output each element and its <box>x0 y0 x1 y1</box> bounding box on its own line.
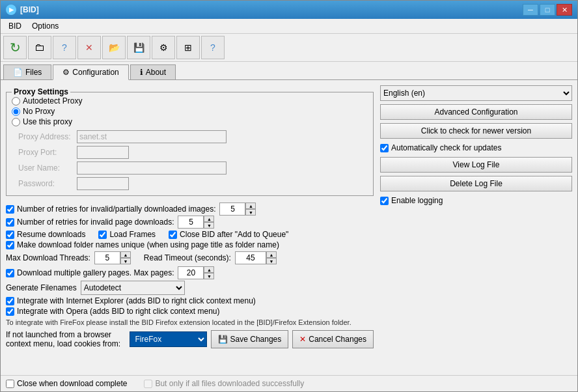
language-select[interactable]: English (en) German (de) French (fr) Spa… <box>380 85 572 101</box>
settings-section: Number of retries for invalid/partially … <box>6 203 374 350</box>
close-bid-text: Close BID after "Add to Queue" <box>180 230 288 239</box>
help-button[interactable]: ? <box>53 36 76 59</box>
enable-logging-label[interactable]: Enable logging <box>380 196 572 205</box>
retries-page-up[interactable]: ▲ <box>204 216 214 222</box>
window-controls: ─ □ ✕ <box>523 4 572 16</box>
close-bid-checkbox[interactable] <box>169 231 177 239</box>
retries-invalid-checkbox[interactable] <box>6 205 14 214</box>
files-tab-label: Files <box>25 68 42 77</box>
stop-button[interactable]: ✕ <box>77 36 101 59</box>
close-button[interactable]: ✕ <box>557 4 572 16</box>
menu-bid[interactable]: BID <box>3 20 27 32</box>
bottom-bar: Close when download complete But only if… <box>1 375 577 391</box>
retries-invalid-label[interactable]: Number of retries for invalid/partially … <box>6 204 215 214</box>
retries-page-spin-buttons: ▲ ▼ <box>204 216 214 229</box>
read-timeout-input[interactable] <box>235 251 266 264</box>
retries-page-label[interactable]: Number of retries for invalid page downl… <box>6 217 174 227</box>
close-complete-label[interactable]: Close when download complete <box>6 379 127 388</box>
close-bid-label[interactable]: Close BID after "Add to Queue" <box>169 230 288 239</box>
unique-folder-checkbox[interactable] <box>6 241 14 249</box>
enable-logging-text: Enable logging <box>391 196 443 205</box>
max-threads-up[interactable]: ▲ <box>120 251 131 258</box>
maximize-button[interactable]: □ <box>540 4 555 16</box>
multi-gallery-label[interactable]: Download multiple gallery pages. Max pag… <box>6 268 174 277</box>
autodetect-proxy-label: Autodetect Proxy <box>23 96 82 105</box>
save-changes-button[interactable]: 💾 Save Changes <box>211 330 289 348</box>
advanced-config-button[interactable]: Advanced Configuration <box>380 104 572 120</box>
cancel-icon: ✕ <box>299 335 306 344</box>
integrate-opera-checkbox[interactable] <box>6 307 14 316</box>
no-proxy-label: No Proxy <box>23 107 55 116</box>
resume-label[interactable]: Resume downloads <box>6 230 85 239</box>
threads-timeout-row: Max Download Threads: ▲ ▼ Read Timeout (… <box>6 251 374 264</box>
info-button[interactable]: ? <box>201 36 225 59</box>
unique-folder-label[interactable]: Make download folder names unique (when … <box>6 240 279 249</box>
tab-configuration[interactable]: ⚙ Configuration <box>53 64 128 80</box>
title-bar: ▶ [BID] ─ □ ✕ <box>1 1 577 19</box>
read-timeout-up[interactable]: ▲ <box>266 251 277 258</box>
settings-button[interactable]: ⚙ <box>152 36 175 59</box>
integrate-opera-label[interactable]: Integrate with Opera (adds BID to right … <box>6 307 219 316</box>
proxy-port-input[interactable] <box>77 146 129 159</box>
auto-check-label[interactable]: Automatically check for updates <box>380 143 572 152</box>
multi-gallery-down[interactable]: ▼ <box>204 273 214 279</box>
menu-options[interactable]: Options <box>27 20 64 32</box>
integrate-ie-label[interactable]: Integrate with Internet Explorer (adds B… <box>6 296 256 305</box>
max-threads-input[interactable] <box>94 251 120 264</box>
multi-gallery-up[interactable]: ▲ <box>204 266 214 273</box>
resume-checkbox[interactable] <box>6 231 14 239</box>
cancel-changes-button[interactable]: ✕ Cancel Changes <box>292 330 374 348</box>
retries-invalid-input[interactable] <box>219 203 245 216</box>
read-timeout-down[interactable]: ▼ <box>266 258 277 264</box>
close-complete-checkbox[interactable] <box>6 380 14 388</box>
load-frames-label[interactable]: Load Frames <box>98 230 156 239</box>
cookies-select[interactable]: FireFox Internet Explorer Opera None <box>130 331 207 347</box>
but-only-checkbox[interactable] <box>144 380 152 388</box>
multi-gallery-spinbox: ▲ ▼ <box>178 266 214 279</box>
max-threads-section: Max Download Threads: ▲ ▼ <box>6 251 131 264</box>
grid-button[interactable]: ⊞ <box>176 36 200 59</box>
no-proxy-option[interactable]: No Proxy <box>12 107 368 116</box>
autodetect-proxy-option[interactable]: Autodetect Proxy <box>12 96 368 105</box>
retries-invalid-down[interactable]: ▼ <box>245 209 256 216</box>
retries-invalid-up[interactable]: ▲ <box>245 203 256 209</box>
integrate-ie-checkbox[interactable] <box>6 297 14 305</box>
retries-page-down[interactable]: ▼ <box>204 222 214 229</box>
resume-text: Resume downloads <box>17 230 85 239</box>
multi-gallery-input[interactable] <box>178 266 204 279</box>
proxy-username-input[interactable] <box>77 161 227 175</box>
files-tab-icon: 📄 <box>13 68 23 77</box>
save-button[interactable]: 💾 <box>127 36 150 59</box>
toolbar: ↻ 🗀 ? ✕ 📂 💾 ⚙ ⊞ ? <box>1 34 577 62</box>
proxy-password-input[interactable] <box>77 177 129 190</box>
tab-files[interactable]: 📄 Files <box>3 64 51 79</box>
read-timeout-label: Read Timeout (seconds): <box>144 253 231 262</box>
use-proxy-radio[interactable] <box>12 118 20 126</box>
use-proxy-label: Use this proxy <box>23 117 72 126</box>
folder-open-button[interactable]: 🗀 <box>28 36 51 59</box>
proxy-address-input[interactable] <box>77 130 227 143</box>
minimize-button[interactable]: ─ <box>523 4 538 16</box>
but-only-text: But only if all files downloaded success… <box>155 379 304 388</box>
tab-about[interactable]: ℹ About <box>130 64 176 79</box>
view-log-button[interactable]: View Log File <box>380 157 572 173</box>
retries-page-input[interactable] <box>178 216 204 229</box>
cookies-left: If not launched from a browser context m… <box>6 330 207 348</box>
auto-check-checkbox[interactable] <box>380 144 389 152</box>
max-threads-down[interactable]: ▼ <box>120 258 131 264</box>
autodetect-proxy-radio[interactable] <box>12 97 20 105</box>
enable-logging-checkbox[interactable] <box>380 197 389 205</box>
retries-page-checkbox[interactable] <box>6 218 14 227</box>
check-newer-button[interactable]: Click to check for newer version <box>380 123 572 139</box>
load-frames-checkbox[interactable] <box>98 231 107 239</box>
generate-filenames-select[interactable]: Autodetect Sequential Original <box>81 281 185 295</box>
multi-gallery-checkbox[interactable] <box>6 269 14 277</box>
read-timeout-spinbox: ▲ ▼ <box>235 251 277 264</box>
but-only-label[interactable]: But only if all files downloaded success… <box>144 379 304 388</box>
advanced-config-label: Advanced Configuration <box>434 107 517 117</box>
use-proxy-option[interactable]: Use this proxy <box>12 117 368 126</box>
no-proxy-radio[interactable] <box>12 107 20 116</box>
open-button[interactable]: 📂 <box>102 36 126 59</box>
delete-log-button[interactable]: Delete Log File <box>380 176 572 191</box>
refresh-button[interactable]: ↻ <box>3 36 27 59</box>
